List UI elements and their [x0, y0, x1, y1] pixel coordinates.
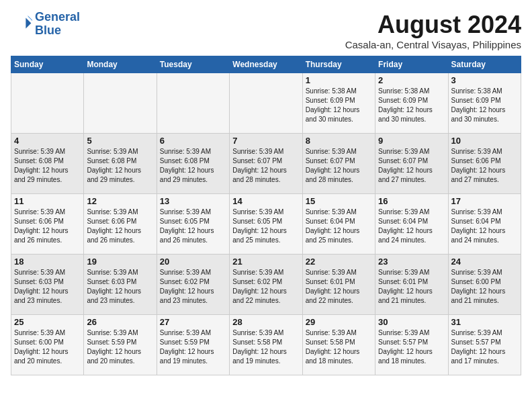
day-number: 19: [87, 257, 153, 267]
day-number: 11: [14, 196, 81, 206]
col-header-monday: Monday: [84, 56, 157, 73]
calendar-cell: 24Sunrise: 5:39 AM Sunset: 6:00 PM Dayli…: [448, 255, 521, 315]
calendar-cell: 29Sunrise: 5:39 AM Sunset: 5:58 PM Dayli…: [302, 315, 375, 375]
day-number: 13: [160, 196, 226, 206]
calendar-cell: [11, 73, 84, 134]
day-number: 7: [232, 136, 299, 146]
day-info: Sunrise: 5:39 AM Sunset: 6:01 PM Dayligh…: [306, 268, 372, 306]
day-info: Sunrise: 5:38 AM Sunset: 6:09 PM Dayligh…: [306, 87, 372, 124]
logo-line2: Blue: [35, 24, 61, 37]
calendar-week-row: 4Sunrise: 5:39 AM Sunset: 6:08 PM Daylig…: [11, 134, 521, 194]
day-number: 12: [87, 196, 153, 206]
svg-marker-0: [26, 17, 31, 28]
location: Casala-an, Central Visayas, Philippines: [345, 39, 521, 50]
calendar-cell: 31Sunrise: 5:39 AM Sunset: 5:57 PM Dayli…: [448, 315, 521, 375]
calendar-cell: 10Sunrise: 5:39 AM Sunset: 6:06 PM Dayli…: [448, 134, 521, 194]
day-info: Sunrise: 5:39 AM Sunset: 6:04 PM Dayligh…: [451, 208, 518, 245]
day-info: Sunrise: 5:39 AM Sunset: 6:01 PM Dayligh…: [378, 268, 445, 306]
day-number: 27: [160, 317, 226, 327]
day-number: 14: [232, 196, 299, 206]
day-info: Sunrise: 5:39 AM Sunset: 6:05 PM Dayligh…: [232, 208, 299, 245]
calendar-cell: [84, 73, 157, 134]
day-number: 26: [87, 317, 153, 327]
logo-line1: General: [35, 10, 80, 24]
calendar-cell: [230, 73, 302, 134]
calendar-cell: 18Sunrise: 5:39 AM Sunset: 6:03 PM Dayli…: [11, 255, 84, 315]
day-info: Sunrise: 5:39 AM Sunset: 6:02 PM Dayligh…: [160, 268, 226, 306]
calendar-cell: 28Sunrise: 5:39 AM Sunset: 5:58 PM Dayli…: [230, 315, 302, 375]
day-info: Sunrise: 5:39 AM Sunset: 6:00 PM Dayligh…: [451, 268, 518, 306]
calendar-cell: 23Sunrise: 5:39 AM Sunset: 6:01 PM Dayli…: [375, 255, 448, 315]
day-number: 23: [378, 257, 445, 267]
day-number: 10: [451, 136, 518, 146]
svg-marker-1: [28, 16, 32, 20]
month-year: August 2024: [345, 11, 521, 39]
calendar-cell: 27Sunrise: 5:39 AM Sunset: 5:59 PM Dayli…: [157, 315, 229, 375]
calendar-cell: 30Sunrise: 5:39 AM Sunset: 5:57 PM Dayli…: [375, 315, 448, 375]
calendar-week-row: 18Sunrise: 5:39 AM Sunset: 6:03 PM Dayli…: [11, 255, 521, 315]
day-number: 17: [451, 196, 518, 206]
col-header-friday: Friday: [375, 56, 448, 73]
day-info: Sunrise: 5:39 AM Sunset: 5:58 PM Dayligh…: [232, 328, 299, 366]
calendar-cell: 21Sunrise: 5:39 AM Sunset: 6:02 PM Dayli…: [230, 255, 302, 315]
day-info: Sunrise: 5:39 AM Sunset: 6:03 PM Dayligh…: [87, 268, 153, 306]
day-number: 24: [451, 257, 518, 267]
calendar-cell: 14Sunrise: 5:39 AM Sunset: 6:05 PM Dayli…: [230, 194, 302, 255]
col-header-saturday: Saturday: [448, 56, 521, 73]
logo-icon: [11, 13, 32, 35]
col-header-thursday: Thursday: [302, 56, 375, 73]
day-number: 2: [378, 75, 445, 85]
calendar-cell: 22Sunrise: 5:39 AM Sunset: 6:01 PM Dayli…: [302, 255, 375, 315]
day-number: 31: [451, 317, 518, 327]
day-number: 30: [378, 317, 445, 327]
day-info: Sunrise: 5:39 AM Sunset: 6:06 PM Dayligh…: [87, 208, 153, 245]
day-info: Sunrise: 5:39 AM Sunset: 5:58 PM Dayligh…: [306, 328, 372, 366]
calendar-week-row: 1Sunrise: 5:38 AM Sunset: 6:09 PM Daylig…: [11, 73, 521, 134]
calendar-week-row: 25Sunrise: 5:39 AM Sunset: 6:00 PM Dayli…: [11, 315, 521, 375]
day-number: 4: [14, 136, 81, 146]
calendar-cell: 1Sunrise: 5:38 AM Sunset: 6:09 PM Daylig…: [302, 73, 375, 134]
day-info: Sunrise: 5:39 AM Sunset: 6:07 PM Dayligh…: [232, 147, 299, 185]
day-info: Sunrise: 5:39 AM Sunset: 6:02 PM Dayligh…: [232, 268, 299, 306]
calendar-week-row: 11Sunrise: 5:39 AM Sunset: 6:06 PM Dayli…: [11, 194, 521, 255]
calendar-cell: 17Sunrise: 5:39 AM Sunset: 6:04 PM Dayli…: [448, 194, 521, 255]
calendar-cell: 13Sunrise: 5:39 AM Sunset: 6:05 PM Dayli…: [157, 194, 229, 255]
day-number: 21: [232, 257, 299, 267]
calendar-cell: 9Sunrise: 5:39 AM Sunset: 6:07 PM Daylig…: [375, 134, 448, 194]
day-info: Sunrise: 5:39 AM Sunset: 6:08 PM Dayligh…: [87, 147, 153, 185]
page-header: General Blue August 2024 Casala-an, Cent…: [11, 11, 521, 50]
day-info: Sunrise: 5:39 AM Sunset: 6:06 PM Dayligh…: [451, 147, 518, 185]
calendar-cell: 2Sunrise: 5:38 AM Sunset: 6:09 PM Daylig…: [375, 73, 448, 134]
calendar-cell: [157, 73, 229, 134]
day-info: Sunrise: 5:38 AM Sunset: 6:09 PM Dayligh…: [378, 87, 445, 124]
day-info: Sunrise: 5:38 AM Sunset: 6:09 PM Dayligh…: [451, 87, 518, 124]
day-info: Sunrise: 5:39 AM Sunset: 6:06 PM Dayligh…: [14, 208, 81, 245]
day-number: 22: [306, 257, 372, 267]
calendar-body: 1Sunrise: 5:38 AM Sunset: 6:09 PM Daylig…: [11, 73, 521, 375]
day-info: Sunrise: 5:39 AM Sunset: 5:59 PM Dayligh…: [160, 328, 226, 366]
day-number: 9: [378, 136, 445, 146]
logo-text: General Blue: [35, 11, 80, 38]
calendar-cell: 8Sunrise: 5:39 AM Sunset: 6:07 PM Daylig…: [302, 134, 375, 194]
calendar-header-row: SundayMondayTuesdayWednesdayThursdayFrid…: [11, 56, 521, 73]
calendar-cell: 7Sunrise: 5:39 AM Sunset: 6:07 PM Daylig…: [230, 134, 302, 194]
day-info: Sunrise: 5:39 AM Sunset: 6:08 PM Dayligh…: [14, 147, 81, 185]
day-number: 5: [87, 136, 153, 146]
day-info: Sunrise: 5:39 AM Sunset: 6:04 PM Dayligh…: [306, 208, 372, 245]
day-number: 1: [306, 75, 372, 85]
calendar-cell: 25Sunrise: 5:39 AM Sunset: 6:00 PM Dayli…: [11, 315, 84, 375]
calendar-cell: 12Sunrise: 5:39 AM Sunset: 6:06 PM Dayli…: [84, 194, 157, 255]
day-info: Sunrise: 5:39 AM Sunset: 5:57 PM Dayligh…: [378, 328, 445, 366]
day-number: 20: [160, 257, 226, 267]
day-info: Sunrise: 5:39 AM Sunset: 5:57 PM Dayligh…: [451, 328, 518, 366]
calendar-cell: 4Sunrise: 5:39 AM Sunset: 6:08 PM Daylig…: [11, 134, 84, 194]
day-info: Sunrise: 5:39 AM Sunset: 6:07 PM Dayligh…: [306, 147, 372, 185]
day-number: 15: [306, 196, 372, 206]
day-number: 18: [14, 257, 81, 267]
day-info: Sunrise: 5:39 AM Sunset: 6:08 PM Dayligh…: [160, 147, 226, 185]
day-info: Sunrise: 5:39 AM Sunset: 6:07 PM Dayligh…: [378, 147, 445, 185]
title-block: August 2024 Casala-an, Central Visayas, …: [345, 11, 521, 50]
col-header-sunday: Sunday: [11, 56, 84, 73]
calendar-cell: 15Sunrise: 5:39 AM Sunset: 6:04 PM Dayli…: [302, 194, 375, 255]
day-number: 6: [160, 136, 226, 146]
